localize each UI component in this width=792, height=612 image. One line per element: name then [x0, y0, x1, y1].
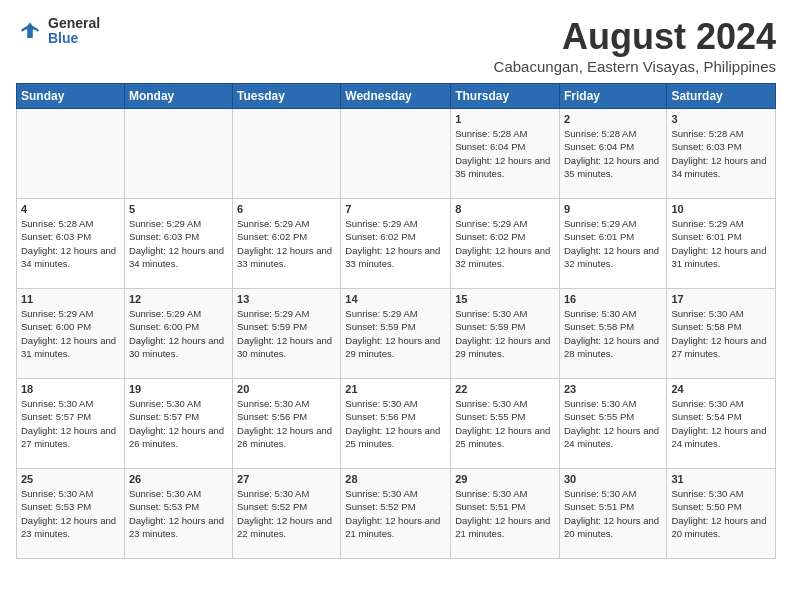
day-number: 15	[455, 293, 555, 305]
day-info: Sunrise: 5:30 AM Sunset: 5:52 PM Dayligh…	[345, 487, 446, 540]
day-cell: 3 Sunrise: 5:28 AM Sunset: 6:03 PM Dayli…	[667, 109, 776, 199]
day-number: 16	[564, 293, 662, 305]
calendar-body: 1 Sunrise: 5:28 AM Sunset: 6:04 PM Dayli…	[17, 109, 776, 559]
day-number: 19	[129, 383, 228, 395]
day-info: Sunrise: 5:29 AM Sunset: 6:01 PM Dayligh…	[564, 217, 662, 270]
day-info: Sunrise: 5:30 AM Sunset: 5:57 PM Dayligh…	[129, 397, 228, 450]
day-cell: 4 Sunrise: 5:28 AM Sunset: 6:03 PM Dayli…	[17, 199, 125, 289]
header-sunday: Sunday	[17, 84, 125, 109]
day-cell: 22 Sunrise: 5:30 AM Sunset: 5:55 PM Dayl…	[451, 379, 560, 469]
day-cell	[17, 109, 125, 199]
day-number: 8	[455, 203, 555, 215]
day-number: 21	[345, 383, 446, 395]
week-row-4: 18 Sunrise: 5:30 AM Sunset: 5:57 PM Dayl…	[17, 379, 776, 469]
logo-text: General Blue	[48, 16, 100, 47]
page-header: General Blue August 2024 Cabacungan, Eas…	[16, 16, 776, 75]
logo-blue: Blue	[48, 31, 100, 46]
day-info: Sunrise: 5:30 AM Sunset: 5:52 PM Dayligh…	[237, 487, 336, 540]
day-info: Sunrise: 5:28 AM Sunset: 6:03 PM Dayligh…	[671, 127, 771, 180]
day-cell: 10 Sunrise: 5:29 AM Sunset: 6:01 PM Dayl…	[667, 199, 776, 289]
day-number: 22	[455, 383, 555, 395]
day-cell: 12 Sunrise: 5:29 AM Sunset: 6:00 PM Dayl…	[124, 289, 232, 379]
day-number: 11	[21, 293, 120, 305]
day-number: 3	[671, 113, 771, 125]
day-cell: 23 Sunrise: 5:30 AM Sunset: 5:55 PM Dayl…	[559, 379, 666, 469]
day-number: 6	[237, 203, 336, 215]
day-cell: 13 Sunrise: 5:29 AM Sunset: 5:59 PM Dayl…	[233, 289, 341, 379]
day-number: 4	[21, 203, 120, 215]
header-friday: Friday	[559, 84, 666, 109]
day-cell	[124, 109, 232, 199]
day-number: 28	[345, 473, 446, 485]
day-number: 31	[671, 473, 771, 485]
day-number: 26	[129, 473, 228, 485]
day-cell: 5 Sunrise: 5:29 AM Sunset: 6:03 PM Dayli…	[124, 199, 232, 289]
title-block: August 2024 Cabacungan, Eastern Visayas,…	[494, 16, 776, 75]
day-number: 17	[671, 293, 771, 305]
day-number: 23	[564, 383, 662, 395]
header-thursday: Thursday	[451, 84, 560, 109]
day-cell: 6 Sunrise: 5:29 AM Sunset: 6:02 PM Dayli…	[233, 199, 341, 289]
day-number: 2	[564, 113, 662, 125]
day-info: Sunrise: 5:30 AM Sunset: 5:51 PM Dayligh…	[564, 487, 662, 540]
day-info: Sunrise: 5:29 AM Sunset: 6:02 PM Dayligh…	[237, 217, 336, 270]
day-info: Sunrise: 5:28 AM Sunset: 6:04 PM Dayligh…	[455, 127, 555, 180]
day-cell: 17 Sunrise: 5:30 AM Sunset: 5:58 PM Dayl…	[667, 289, 776, 379]
day-number: 29	[455, 473, 555, 485]
day-info: Sunrise: 5:30 AM Sunset: 5:55 PM Dayligh…	[455, 397, 555, 450]
day-info: Sunrise: 5:29 AM Sunset: 6:03 PM Dayligh…	[129, 217, 228, 270]
day-cell: 18 Sunrise: 5:30 AM Sunset: 5:57 PM Dayl…	[17, 379, 125, 469]
day-info: Sunrise: 5:30 AM Sunset: 5:56 PM Dayligh…	[237, 397, 336, 450]
day-cell: 29 Sunrise: 5:30 AM Sunset: 5:51 PM Dayl…	[451, 469, 560, 559]
day-info: Sunrise: 5:30 AM Sunset: 5:54 PM Dayligh…	[671, 397, 771, 450]
day-cell: 19 Sunrise: 5:30 AM Sunset: 5:57 PM Dayl…	[124, 379, 232, 469]
calendar-table: Sunday Monday Tuesday Wednesday Thursday…	[16, 83, 776, 559]
week-row-5: 25 Sunrise: 5:30 AM Sunset: 5:53 PM Dayl…	[17, 469, 776, 559]
day-info: Sunrise: 5:28 AM Sunset: 6:04 PM Dayligh…	[564, 127, 662, 180]
day-info: Sunrise: 5:29 AM Sunset: 6:02 PM Dayligh…	[345, 217, 446, 270]
day-info: Sunrise: 5:30 AM Sunset: 5:53 PM Dayligh…	[21, 487, 120, 540]
day-info: Sunrise: 5:29 AM Sunset: 5:59 PM Dayligh…	[237, 307, 336, 360]
day-cell: 14 Sunrise: 5:29 AM Sunset: 5:59 PM Dayl…	[341, 289, 451, 379]
day-info: Sunrise: 5:29 AM Sunset: 6:02 PM Dayligh…	[455, 217, 555, 270]
day-info: Sunrise: 5:30 AM Sunset: 5:53 PM Dayligh…	[129, 487, 228, 540]
day-number: 7	[345, 203, 446, 215]
day-cell: 2 Sunrise: 5:28 AM Sunset: 6:04 PM Dayli…	[559, 109, 666, 199]
day-info: Sunrise: 5:30 AM Sunset: 5:58 PM Dayligh…	[671, 307, 771, 360]
day-cell: 8 Sunrise: 5:29 AM Sunset: 6:02 PM Dayli…	[451, 199, 560, 289]
day-number: 27	[237, 473, 336, 485]
header-saturday: Saturday	[667, 84, 776, 109]
day-cell	[341, 109, 451, 199]
week-row-3: 11 Sunrise: 5:29 AM Sunset: 6:00 PM Dayl…	[17, 289, 776, 379]
day-info: Sunrise: 5:30 AM Sunset: 5:56 PM Dayligh…	[345, 397, 446, 450]
week-row-2: 4 Sunrise: 5:28 AM Sunset: 6:03 PM Dayli…	[17, 199, 776, 289]
day-cell: 30 Sunrise: 5:30 AM Sunset: 5:51 PM Dayl…	[559, 469, 666, 559]
day-number: 5	[129, 203, 228, 215]
day-number: 20	[237, 383, 336, 395]
day-cell: 21 Sunrise: 5:30 AM Sunset: 5:56 PM Dayl…	[341, 379, 451, 469]
day-cell: 9 Sunrise: 5:29 AM Sunset: 6:01 PM Dayli…	[559, 199, 666, 289]
day-cell: 28 Sunrise: 5:30 AM Sunset: 5:52 PM Dayl…	[341, 469, 451, 559]
day-cell: 15 Sunrise: 5:30 AM Sunset: 5:59 PM Dayl…	[451, 289, 560, 379]
day-cell: 31 Sunrise: 5:30 AM Sunset: 5:50 PM Dayl…	[667, 469, 776, 559]
logo[interactable]: General Blue	[16, 16, 100, 47]
header-monday: Monday	[124, 84, 232, 109]
location-subtitle: Cabacungan, Eastern Visayas, Philippines	[494, 58, 776, 75]
day-cell: 26 Sunrise: 5:30 AM Sunset: 5:53 PM Dayl…	[124, 469, 232, 559]
month-year-title: August 2024	[494, 16, 776, 58]
day-number: 14	[345, 293, 446, 305]
day-cell	[233, 109, 341, 199]
day-cell: 27 Sunrise: 5:30 AM Sunset: 5:52 PM Dayl…	[233, 469, 341, 559]
week-row-1: 1 Sunrise: 5:28 AM Sunset: 6:04 PM Dayli…	[17, 109, 776, 199]
day-number: 25	[21, 473, 120, 485]
day-cell: 25 Sunrise: 5:30 AM Sunset: 5:53 PM Dayl…	[17, 469, 125, 559]
day-number: 10	[671, 203, 771, 215]
day-info: Sunrise: 5:29 AM Sunset: 6:00 PM Dayligh…	[129, 307, 228, 360]
header-tuesday: Tuesday	[233, 84, 341, 109]
day-info: Sunrise: 5:30 AM Sunset: 5:51 PM Dayligh…	[455, 487, 555, 540]
calendar-header: Sunday Monday Tuesday Wednesday Thursday…	[17, 84, 776, 109]
header-wednesday: Wednesday	[341, 84, 451, 109]
day-number: 12	[129, 293, 228, 305]
logo-icon	[16, 17, 44, 45]
day-cell: 24 Sunrise: 5:30 AM Sunset: 5:54 PM Dayl…	[667, 379, 776, 469]
